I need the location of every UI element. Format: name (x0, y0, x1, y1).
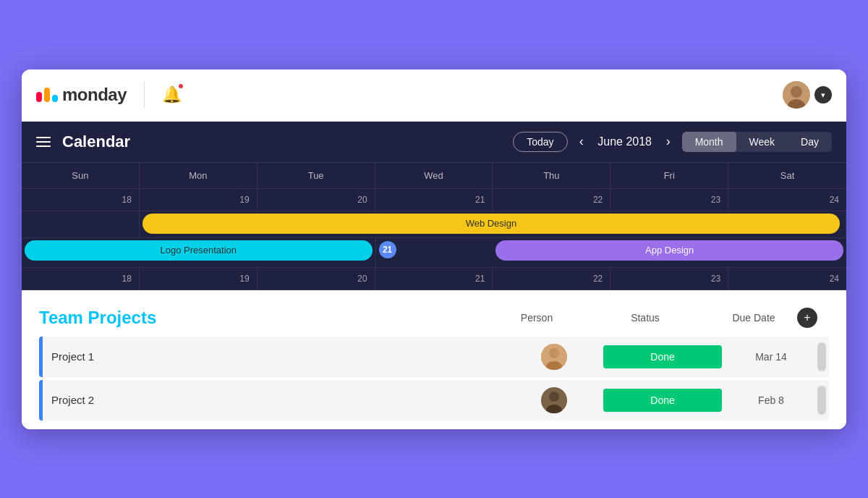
week-dates-row-2: 18 19 20 21 22 23 24 (22, 267, 846, 290)
month-view-button[interactable]: Month (682, 132, 736, 152)
day-header-tue: Tue (258, 163, 375, 189)
project-1-person (511, 344, 597, 370)
person-1-avatar (541, 344, 567, 370)
date-cell-23[interactable]: 23 (610, 189, 728, 211)
day-header-wed: Wed (375, 163, 493, 189)
col-status: Status (580, 312, 710, 324)
day-header-fri: Fri (610, 163, 728, 189)
hamburger-menu[interactable] (36, 137, 51, 147)
date-cell-b-21[interactable]: 21 (375, 268, 493, 290)
avatar[interactable] (783, 81, 810, 109)
date-cell-b-24[interactable]: 24 (728, 268, 846, 290)
date-cell-19[interactable]: 19 (140, 189, 258, 211)
date-cell-b-18[interactable]: 18 (22, 268, 140, 290)
logo-divider (144, 82, 145, 108)
nav-controls: ‹ June 2018 › (579, 134, 671, 149)
logo-dot-red (36, 92, 42, 102)
scrollbar-2 (817, 386, 826, 415)
today-button[interactable]: Today (513, 132, 567, 152)
project-1-status[interactable]: Done (597, 345, 728, 368)
date-cell-b-20[interactable]: 20 (258, 268, 375, 290)
date-cell-b-23[interactable]: 23 (610, 268, 728, 290)
next-month-button[interactable]: › (666, 134, 671, 149)
date-cell-b-19[interactable]: 19 (140, 268, 258, 290)
logo-presentation-label: Logo Presentation (161, 245, 237, 256)
scrollbar-1 (817, 342, 826, 371)
date-cell-b-22[interactable]: 22 (493, 268, 610, 290)
add-column-button[interactable]: + (797, 308, 817, 328)
bell-badge (177, 83, 184, 90)
week-view-button[interactable]: Week (736, 132, 788, 152)
event-row-2: Logo Presentation 21 App Design (22, 237, 846, 267)
prev-month-button[interactable]: ‹ (579, 134, 584, 149)
projects-section: Team Projects Person Status Due Date + P… (22, 290, 846, 429)
logo-text: monday (62, 85, 127, 105)
app-design-event[interactable]: App Design (495, 240, 843, 261)
logo-dots (36, 88, 58, 102)
header-left: monday 🔔 (36, 82, 182, 108)
col-due-date: Due Date (710, 312, 797, 324)
day-header-sun: Sun (22, 163, 140, 189)
day-view-button[interactable]: Day (788, 132, 832, 152)
person-2-avatar (541, 387, 567, 413)
project-2-person (511, 387, 597, 413)
date-cell-21-with-circle[interactable]: 21 (375, 238, 493, 267)
bell-icon[interactable]: 🔔 (162, 85, 182, 104)
project-2-name[interactable]: Project 2 (43, 394, 511, 406)
app-container: monday 🔔 ▾ Calend (22, 69, 846, 429)
day-header-sat: Sat (728, 163, 846, 189)
logo-dot-orange (44, 88, 50, 102)
col-person: Person (493, 312, 580, 324)
user-dropdown-button[interactable]: ▾ (814, 86, 832, 104)
project-2-due-date: Feb 8 (728, 394, 814, 406)
week-dates-row-1: 18 19 20 21 22 23 24 (22, 189, 846, 211)
month-label: June 2018 (592, 135, 658, 148)
app-design-container: App Design (493, 238, 846, 267)
web-design-event[interactable]: Web Design (142, 214, 840, 234)
logo: monday (36, 85, 127, 105)
avatar-svg (783, 81, 810, 109)
project-1-name[interactable]: Project 1 (43, 350, 511, 363)
header-right: ▾ (783, 81, 832, 109)
day-header-mon: Mon (140, 163, 258, 189)
calendar-section: Calendar Today ‹ June 2018 › Month Week … (22, 122, 846, 290)
day-headers: Sun Mon Tue Wed Thu Fri Sat (22, 163, 846, 189)
web-design-event-container: Web Design (140, 211, 846, 237)
projects-title: Team Projects (39, 308, 156, 328)
day-header-thu: Thu (493, 163, 610, 189)
date-cell-20[interactable]: 20 (258, 189, 375, 211)
project-1-due-date: Mar 14 (728, 351, 814, 363)
svg-point-7 (549, 392, 559, 402)
logo-presentation-event[interactable]: Logo Presentation (25, 240, 373, 261)
date-cell-22[interactable]: 22 (493, 189, 610, 211)
logo-presentation-container: Logo Presentation (22, 238, 375, 267)
view-buttons: Month Week Day (682, 132, 832, 152)
event-row-1: Web Design (22, 211, 846, 237)
calendar-title: Calendar (62, 132, 501, 151)
event-cell-empty-1 (22, 211, 140, 237)
web-design-label: Web Design (466, 218, 517, 229)
project-rows: Project 1 Done Mar 14 (39, 337, 829, 421)
app-design-label: App Design (645, 245, 694, 256)
project-row-2: Project 2 Done Feb 8 (39, 380, 829, 421)
header: monday 🔔 ▾ (22, 69, 846, 122)
svg-point-4 (549, 348, 559, 358)
date-cell-24[interactable]: 24 (728, 189, 846, 211)
date-cell-18[interactable]: 18 (22, 189, 140, 211)
project-2-status[interactable]: Done (597, 389, 728, 412)
svg-point-1 (791, 86, 802, 98)
logo-dot-blue (52, 95, 58, 102)
project-row-1: Project 1 Done Mar 14 (39, 337, 829, 377)
calendar-header: Calendar Today ‹ June 2018 › Month Week … (22, 122, 846, 163)
highlighted-date-21: 21 (379, 241, 396, 258)
date-cell-21[interactable]: 21 (375, 189, 493, 211)
